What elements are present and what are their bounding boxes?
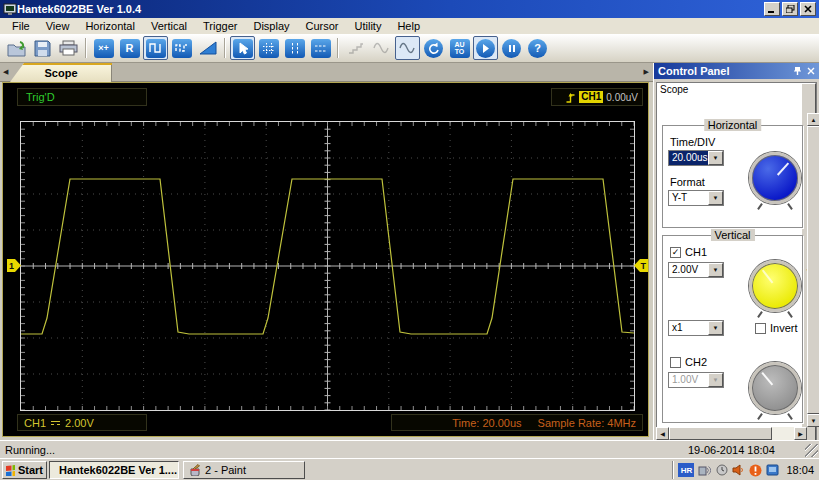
scope-screen[interactable] [20, 121, 635, 411]
start-menu-button[interactable]: Start [2, 461, 47, 479]
sine-wave-button [369, 36, 394, 60]
vertical-group: Vertical ✓ CH1 2.00V ▼ x1 ▼ [662, 235, 803, 423]
vertical-group-legend: Vertical [710, 229, 754, 241]
close-icon [804, 5, 812, 13]
horizontal-scrollbar-thumb[interactable] [669, 427, 772, 440]
sine-wave-icon [373, 42, 390, 54]
chevron-down-icon: ▼ [708, 151, 723, 165]
print-button[interactable] [56, 36, 81, 60]
horizontal-position-knob[interactable] [749, 152, 801, 204]
menu-help[interactable]: Help [389, 19, 428, 33]
vertical-scrollbar[interactable]: ▲ ▼ [807, 113, 819, 427]
chevron-down-icon: ▼ [708, 191, 723, 205]
channel-badge: CH1 [579, 91, 603, 103]
reference-wave-icon: R [120, 39, 140, 58]
taskbar-task-paint[interactable]: 2 - Paint [183, 461, 305, 479]
scope-area: ◀ Scope ▶ Trig'D CH1 0.00uV 1 T CH1 [0, 63, 653, 440]
start-label: Start [18, 464, 43, 476]
security-alert-tray-icon[interactable] [749, 464, 762, 477]
square-wave-button[interactable] [143, 36, 168, 60]
taskbar-task-hantek[interactable]: Hantek6022BE Ver 1.... [49, 461, 179, 479]
restore-button[interactable] [782, 2, 798, 16]
invert-row: Invert [755, 322, 798, 334]
toolbar: ×+ R AUTO ? [0, 34, 819, 63]
chevron-down-icon: ▼ [708, 263, 723, 277]
menu-horizontal[interactable]: Horizontal [77, 19, 143, 33]
start-button[interactable] [473, 36, 498, 60]
step-wave-button [343, 36, 368, 60]
status-bar: Running... 19-06-2014 18:04 [0, 440, 819, 458]
smooth-sine-wave-button[interactable] [395, 36, 420, 60]
print-icon [59, 40, 78, 56]
pin-icon[interactable] [793, 66, 802, 76]
format-select[interactable]: Y-T ▼ [668, 190, 724, 206]
trigger-level-value: 0.00uV [606, 92, 638, 103]
probe-attenuation-select[interactable]: x1 ▼ [668, 320, 724, 336]
scroll-down-icon[interactable]: ▼ [807, 414, 819, 427]
scroll-up-icon[interactable]: ▲ [807, 113, 819, 126]
ch1-position-knob[interactable] [749, 260, 801, 312]
timebase-readout-box: Time: 20.00us Sample Rate: 4MHz [391, 414, 643, 431]
windows-logo-icon [6, 464, 15, 476]
display-tray-icon[interactable] [766, 464, 779, 477]
tray-clock[interactable]: 18:04 [783, 464, 817, 476]
ch2-position-knob[interactable] [749, 362, 801, 414]
pause-button[interactable] [499, 36, 524, 60]
time-div-select[interactable]: 20.00us ▼ [668, 150, 724, 166]
vertical-scrollbar-thumb[interactable] [807, 126, 819, 414]
menu-view[interactable]: View [38, 19, 78, 33]
pulse-wave-button[interactable] [169, 36, 194, 60]
close-button[interactable] [800, 2, 816, 16]
refresh-button[interactable] [421, 36, 446, 60]
control-panel-titlebar: Control Panel [654, 63, 819, 79]
menu-trigger[interactable]: Trigger [195, 19, 245, 33]
menu-vertical[interactable]: Vertical [143, 19, 195, 33]
menu-display[interactable]: Display [245, 19, 297, 33]
ch1-checkbox[interactable]: ✓ [670, 247, 681, 258]
vertical-cursors-button[interactable] [282, 36, 307, 60]
horizontal-scrollbar[interactable]: ◀ ▶ [656, 427, 807, 440]
save-button[interactable] [30, 36, 55, 60]
ch2-checkbox[interactable] [670, 357, 681, 368]
tab-scroll-right-icon[interactable]: ▶ [644, 68, 649, 76]
channel1-position-marker[interactable]: 1 [7, 259, 21, 272]
menu-utility[interactable]: Utility [347, 19, 390, 33]
reference-wave-button[interactable]: R [117, 36, 142, 60]
ch1-volts-value: 2.00V [669, 263, 708, 277]
volume-tray-icon[interactable] [732, 464, 745, 477]
language-indicator[interactable]: HR [678, 463, 694, 477]
scroll-right-icon[interactable]: ▶ [794, 427, 807, 440]
tab-scope[interactable]: Scope [10, 63, 112, 82]
control-panel-close-icon[interactable] [807, 67, 815, 75]
minimize-button[interactable] [764, 2, 780, 16]
help-icon: ? [528, 39, 547, 58]
ch1-checkbox-label: CH1 [685, 246, 707, 258]
time-div-value: 20.00us [669, 151, 708, 165]
auto-set-icon: AUTO [450, 39, 470, 58]
self-calibration-button[interactable]: ×+ [91, 36, 116, 60]
time-readout: Time: 20.00us [452, 417, 521, 429]
cursor-select-button[interactable] [230, 36, 255, 60]
restore-icon [786, 5, 795, 13]
chevron-down-icon: ▼ [708, 373, 723, 387]
window-title: Hantek6022BE Ver 1.0.4 [17, 3, 141, 15]
open-button[interactable] [4, 36, 29, 60]
trigger-level-marker[interactable]: T [634, 259, 648, 272]
ch2-volts-select: 1.00V ▼ [668, 372, 724, 388]
menu-file[interactable]: File [4, 19, 38, 33]
usb-device-tray-icon[interactable] [698, 464, 711, 477]
menu-cursor[interactable]: Cursor [298, 19, 347, 33]
sample-rate-readout: Sample Rate: 4MHz [538, 417, 636, 429]
ramp-wave-button[interactable] [195, 36, 220, 60]
help-button[interactable]: ? [525, 36, 550, 60]
application-window: Hantek6022BE Ver 1.0.4 File View Horizon… [0, 0, 819, 480]
grid-display-button[interactable] [256, 36, 281, 60]
invert-checkbox[interactable] [755, 323, 766, 334]
resize-grip[interactable] [805, 444, 818, 457]
ch1-volts-select[interactable]: 2.00V ▼ [668, 262, 724, 278]
tab-scroll-left-icon[interactable]: ◀ [3, 68, 8, 76]
auto-set-button[interactable]: AUTO [447, 36, 472, 60]
horizontal-cursors-button[interactable] [308, 36, 333, 60]
scroll-left-icon[interactable]: ◀ [656, 427, 669, 440]
clock-tray-icon[interactable] [715, 464, 728, 477]
